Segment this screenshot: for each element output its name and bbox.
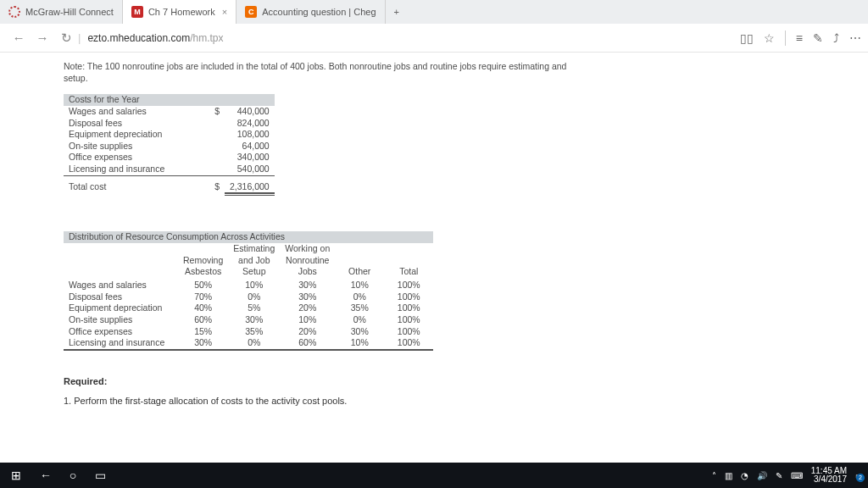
dist-cell: 10% (280, 314, 335, 326)
dist-cell: 0% (228, 291, 280, 303)
total-value: 2,316,000 (225, 181, 275, 193)
dist-cell: 100% (384, 337, 433, 349)
start-button[interactable]: ⊞ (0, 469, 32, 482)
cost-row-value: 440,000 (225, 106, 275, 118)
dist-row-label: Licensing and insurance (64, 337, 178, 349)
col-header: RemovingAsbestos (178, 243, 228, 280)
dist-cell: 30% (228, 314, 280, 326)
hub-icon[interactable]: ≡ (796, 31, 803, 45)
costs-table: Costs for the Year Wages and salaries$44… (64, 94, 275, 196)
favorite-icon[interactable]: ☆ (764, 31, 775, 45)
note-text: Note: The 100 nonroutine jobs are includ… (64, 61, 589, 84)
forward-button[interactable]: → (31, 30, 54, 45)
dist-cell: 0% (335, 314, 384, 326)
col-header: Working onNonroutineJobs (280, 243, 335, 280)
cost-row-value: 824,000 (225, 118, 275, 130)
col-header: Estimatingand JobSetup (228, 243, 280, 280)
browser-tab[interactable]: McGraw-Hill Connect (0, 0, 123, 24)
battery-icon[interactable]: ▥ (725, 471, 732, 480)
dist-cell: 50% (178, 280, 228, 291)
task-view-back[interactable]: ← (32, 469, 59, 482)
dist-cell: 10% (335, 337, 384, 349)
dist-cell: 60% (178, 314, 228, 326)
dist-cell: 35% (335, 302, 384, 314)
cost-row-value: 340,000 (225, 152, 275, 164)
dist-cell: 0% (335, 291, 384, 303)
system-clock[interactable]: 11:45 AM 3/4/2017 (811, 467, 847, 484)
col-header: Other (335, 243, 384, 280)
total-label: Total cost (64, 181, 178, 193)
dist-header: Distribution of Resource Consumption Acr… (64, 231, 433, 243)
close-icon[interactable]: × (222, 7, 227, 17)
dist-cell: 30% (280, 291, 335, 303)
dist-cell: 20% (280, 326, 335, 338)
cost-row-label: Equipment depreciation (64, 129, 178, 141)
cost-row-value: 540,000 (225, 164, 275, 175)
windows-taskbar: ⊞ ← ○ ▭ ˄ ▥ ◔ 🔊 ✎ ⌨ 11:45 AM 3/4/2017 ▭ (0, 463, 868, 488)
reload-button[interactable]: ↻ (54, 30, 78, 46)
dist-cell: 35% (228, 326, 280, 338)
favicon-c: C (245, 6, 257, 18)
cost-row-value: 64,000 (225, 141, 275, 152)
dist-cell: 30% (335, 326, 384, 338)
favicon-connect (8, 6, 20, 18)
webnote-icon[interactable]: ✎ (813, 31, 823, 45)
dist-cell: 10% (228, 280, 280, 291)
browser-tab[interactable]: C Accounting question | Cheg (236, 0, 385, 24)
dist-cell: 100% (384, 314, 433, 326)
tab-label: Ch 7 Homework (148, 7, 215, 17)
dist-cell: 70% (178, 291, 228, 303)
dist-cell: 60% (280, 337, 335, 349)
dist-cell: 30% (280, 280, 335, 291)
cost-row-label: Licensing and insurance (64, 164, 178, 175)
dist-cell: 0% (228, 337, 280, 349)
col-header: Total (384, 243, 433, 280)
browser-nav-bar: ← → ↻ | ezto.mheducation.com/hm.tpx ▯▯ ☆… (0, 24, 868, 53)
input-icon[interactable]: ✎ (776, 471, 782, 480)
dist-cell: 15% (178, 326, 228, 338)
cost-row-label: On-site supplies (64, 141, 178, 152)
dist-cell: 20% (280, 302, 335, 314)
keyboard-icon[interactable]: ⌨ (791, 471, 803, 480)
dist-cell: 10% (335, 280, 384, 291)
volume-icon[interactable]: 🔊 (757, 471, 767, 480)
dist-cell: 100% (384, 302, 433, 314)
dist-cell: 30% (178, 337, 228, 349)
dist-cell: 40% (178, 302, 228, 314)
distribution-table: Distribution of Resource Consumption Acr… (64, 231, 433, 352)
back-button[interactable]: ← (7, 30, 31, 45)
page-content: Note: The 100 nonroutine jobs are includ… (0, 53, 868, 463)
wifi-icon[interactable]: ◔ (741, 471, 748, 480)
cost-row-label: Office expenses (64, 152, 178, 164)
cost-row-label: Wages and salaries (64, 106, 178, 118)
cost-row-value: 108,000 (225, 129, 275, 141)
dist-cell: 5% (228, 302, 280, 314)
required-heading: Required: (64, 375, 868, 387)
dist-row-label: Equipment depreciation (64, 302, 178, 314)
new-tab-button[interactable]: + (386, 0, 408, 24)
dist-row-label: Disposal fees (64, 291, 178, 303)
dist-row-label: Office expenses (64, 326, 178, 338)
reading-view-icon[interactable]: ▯▯ (740, 31, 754, 45)
required-item: 1. Perform the first-stage allocation of… (64, 395, 868, 407)
dist-cell: 100% (384, 326, 433, 338)
task-view-icon[interactable]: ▭ (86, 469, 114, 482)
cortana-icon[interactable]: ○ (59, 469, 86, 482)
dist-row-label: Wages and salaries (64, 280, 178, 291)
cost-row-label: Disposal fees (64, 118, 178, 130)
dist-row-label: On-site supplies (64, 314, 178, 326)
tray-arrow-icon[interactable]: ˄ (712, 471, 716, 480)
more-icon[interactable]: ⋯ (849, 31, 861, 45)
dist-cell: 100% (384, 291, 433, 303)
browser-tab[interactable]: M Ch 7 Homework × (123, 0, 236, 24)
favicon-m: M (131, 6, 143, 18)
costs-header: Costs for the Year (64, 94, 275, 106)
browser-tab-bar: McGraw-Hill Connect M Ch 7 Homework × C … (0, 0, 868, 24)
action-center-icon[interactable]: ▭ (855, 471, 863, 480)
url-bar[interactable]: ezto.mheducation.com/hm.tpx (87, 32, 223, 44)
dist-cell: 100% (384, 280, 433, 291)
tab-label: McGraw-Hill Connect (25, 7, 114, 17)
tab-label: Accounting question | Cheg (262, 7, 376, 17)
share-icon[interactable]: ⤴ (833, 31, 839, 45)
